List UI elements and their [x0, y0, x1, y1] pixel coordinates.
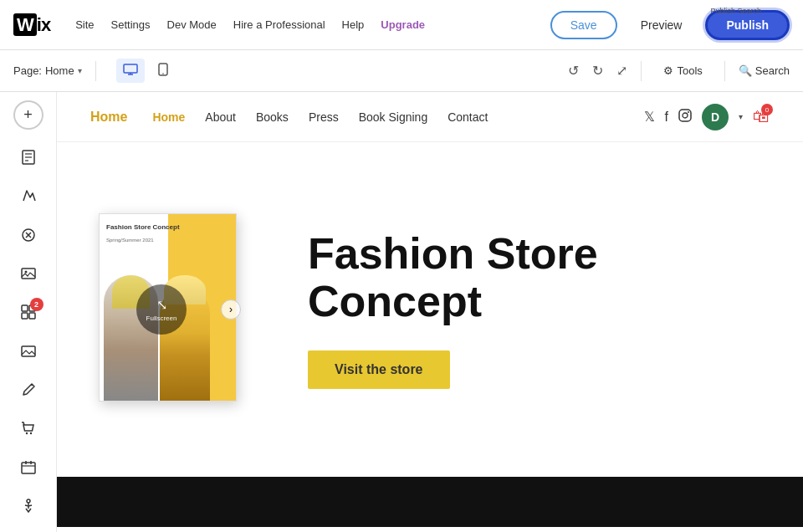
page-dropdown-chevron: ▾ [78, 66, 82, 75]
visit-store-button[interactable]: Visit the store [308, 350, 450, 389]
cart-badge: 0 [761, 104, 773, 115]
nav-settings[interactable]: Settings [111, 18, 151, 31]
redo-button[interactable]: ↻ [592, 63, 603, 79]
book-cover-container: Fashion Store Concept Spring/Summer 2021 [90, 213, 233, 406]
book-cover-title: Fashion Store Concept [106, 223, 180, 232]
hero-content: Fashion Store Concept Visit the store [308, 230, 753, 389]
svg-point-27 [688, 111, 689, 113]
search-label: Search [755, 64, 790, 77]
site-logo: Home [90, 110, 127, 125]
secondary-bar: Page: Home ▾ ↺ ↻ ⤢ ⚙ Tools 🔍 Search [0, 50, 803, 92]
instagram-icon[interactable] [678, 109, 692, 125]
page-prefix: Page: [13, 64, 42, 77]
nav-site[interactable]: Site [75, 18, 94, 31]
tools-label: Tools [677, 64, 702, 77]
device-switcher [116, 59, 175, 83]
tools-icon: ⚙ [663, 64, 673, 77]
hero-title-line1: Fashion Store [308, 229, 598, 278]
hero-media: Fashion Store Concept Spring/Summer 2021 [90, 213, 258, 406]
svg-rect-15 [29, 313, 35, 319]
site-nav-books[interactable]: Books [256, 110, 289, 124]
divider-2 [641, 61, 642, 81]
preview-button[interactable]: Preview [626, 13, 698, 38]
svg-point-18 [29, 432, 31, 434]
publish-button[interactable]: Publish [705, 10, 790, 40]
sidebar-item-store[interactable] [10, 411, 47, 446]
svg-point-4 [162, 73, 164, 74]
search-icon: 🔍 [739, 64, 752, 77]
site-navigation: Home Home About Books Press Book Signing… [57, 92, 803, 142]
svg-rect-19 [22, 463, 35, 473]
sidebar-item-pen[interactable] [10, 372, 47, 407]
site-nav-right: 𝕏 f D ▾ 🛍 0 [644, 104, 770, 130]
facebook-icon[interactable]: f [665, 110, 668, 125]
sidebar-item-calendar[interactable] [10, 449, 47, 484]
svg-rect-14 [22, 313, 28, 319]
svg-point-11 [24, 270, 27, 273]
svg-rect-12 [22, 305, 28, 311]
sidebar-item-design[interactable] [10, 178, 47, 213]
twitter-icon[interactable]: 𝕏 [644, 109, 655, 125]
site-nav-about[interactable]: About [205, 110, 236, 124]
fullscreen-icon: ⤡ [156, 297, 167, 313]
avatar-chevron[interactable]: ▾ [739, 112, 743, 121]
site-canvas: Home Home About Books Press Book Signing… [57, 92, 803, 532]
desktop-view-button[interactable] [116, 59, 145, 83]
svg-rect-10 [22, 269, 35, 279]
sidebar-item-accessibility[interactable] [10, 489, 47, 524]
svg-rect-0 [124, 64, 137, 73]
save-button[interactable]: Save [550, 11, 617, 39]
site-nav-home[interactable]: Home [152, 110, 185, 124]
sidebar-item-apps[interactable]: 2 [10, 294, 47, 330]
search-button[interactable]: 🔍 Search [739, 64, 790, 77]
nav-upgrade[interactable]: Upgrade [381, 18, 425, 31]
left-sidebar: + 2 [0, 92, 57, 532]
next-arrow-button[interactable]: › [221, 299, 241, 320]
top-bar-actions: Save Preview Publish [550, 10, 790, 40]
add-element-button[interactable]: + [13, 100, 43, 130]
plus-icon: + [23, 106, 33, 124]
toolbar-right: ↺ ↻ ⤢ ⚙ Tools 🔍 Search [568, 61, 790, 81]
hero-title: Fashion Store Concept [308, 230, 753, 325]
cart-icon-wrapper: 🛍 0 [753, 107, 770, 126]
mobile-view-button[interactable] [151, 59, 175, 83]
svg-point-17 [25, 432, 27, 434]
svg-point-23 [27, 499, 30, 503]
divider-3 [724, 61, 725, 81]
main-layout: + 2 [0, 92, 803, 532]
site-nav-booksigning[interactable]: Book Signing [359, 110, 428, 124]
svg-rect-16 [22, 346, 35, 356]
hero-title-line2: Concept [308, 277, 482, 325]
bottom-bar [57, 477, 803, 527]
page-selector[interactable]: Page: Home ▾ [13, 64, 82, 77]
apps-badge: 2 [30, 298, 43, 311]
wix-logo: Wix [13, 14, 50, 36]
top-bar: Wix Site Settings Dev Mode Hire a Profes… [0, 0, 803, 50]
sidebar-item-pages[interactable] [10, 140, 47, 175]
sidebar-item-themes[interactable] [10, 217, 47, 252]
svg-rect-25 [679, 110, 691, 121]
hero-section: Fashion Store Concept Spring/Summer 2021 [57, 142, 803, 477]
user-avatar[interactable]: D [702, 104, 729, 130]
page-name: Home [45, 64, 74, 77]
nav-hire[interactable]: Hire a Professional [233, 18, 325, 31]
fullscreen-overlay[interactable]: ⤡ Fullscreen [136, 284, 187, 335]
site-nav-links: Home About Books Press Book Signing Cont… [152, 110, 488, 124]
zoom-button[interactable]: ⤢ [616, 63, 627, 79]
undo-button[interactable]: ↺ [568, 63, 579, 79]
nav-help[interactable]: Help [342, 18, 365, 31]
sidebar-item-image[interactable] [10, 333, 47, 368]
sidebar-item-media[interactable] [10, 256, 47, 291]
svg-point-26 [683, 113, 688, 118]
book-cover-subtitle: Spring/Summer 2021 [106, 238, 154, 243]
canvas-area: Home Home About Books Press Book Signing… [57, 92, 803, 532]
site-nav-press[interactable]: Press [309, 110, 339, 124]
nav-devmode[interactable]: Dev Mode [167, 18, 217, 31]
fullscreen-label: Fullscreen [146, 315, 177, 322]
tools-button[interactable]: ⚙ Tools [655, 61, 710, 80]
divider-1 [95, 61, 96, 81]
site-nav-contact[interactable]: Contact [448, 110, 488, 124]
